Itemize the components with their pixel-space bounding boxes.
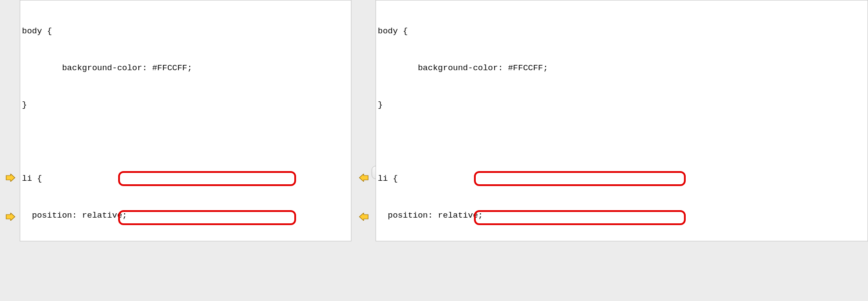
code-line: [20, 136, 351, 148]
left-gutter: [0, 0, 20, 241]
code-line: li {: [376, 172, 868, 185]
code-line: }: [376, 99, 868, 111]
code-line: body {: [376, 25, 868, 37]
diff-marker-left-arrow-icon[interactable]: [358, 212, 370, 221]
diff-marker-right-arrow-icon[interactable]: [4, 173, 17, 182]
left-code-lines: body { background-color: #FFCCFF; } li {…: [20, 0, 351, 241]
code-line: body {: [20, 25, 351, 37]
pane-divider[interactable]: [351, 0, 376, 301]
code-line: }: [20, 99, 351, 111]
diff-marker-right-arrow-icon[interactable]: [4, 212, 17, 221]
diff-marker-left-arrow-icon[interactable]: [358, 173, 370, 182]
code-line: position: relative;: [20, 209, 351, 222]
right-code-area[interactable]: body { background-color: #FFCCFF; } li {…: [376, 0, 868, 241]
code-line: background-color: #FFCCFF;: [20, 62, 351, 74]
left-code-area[interactable]: body { background-color: #FFCCFF; } li {…: [20, 0, 351, 241]
right-pane: body { background-color: #FFCCFF; } li {…: [376, 0, 868, 301]
left-pane: body { background-color: #FFCCFF; } li {…: [0, 0, 351, 301]
diff-viewer: body { background-color: #FFCCFF; } li {…: [0, 0, 868, 301]
code-line: [376, 136, 868, 148]
right-code-lines: body { background-color: #FFCCFF; } li {…: [376, 0, 868, 241]
code-line: position: relative;: [376, 209, 868, 222]
code-line: background-color: #FFCCFF;: [376, 62, 868, 74]
code-line: li {: [20, 172, 351, 185]
